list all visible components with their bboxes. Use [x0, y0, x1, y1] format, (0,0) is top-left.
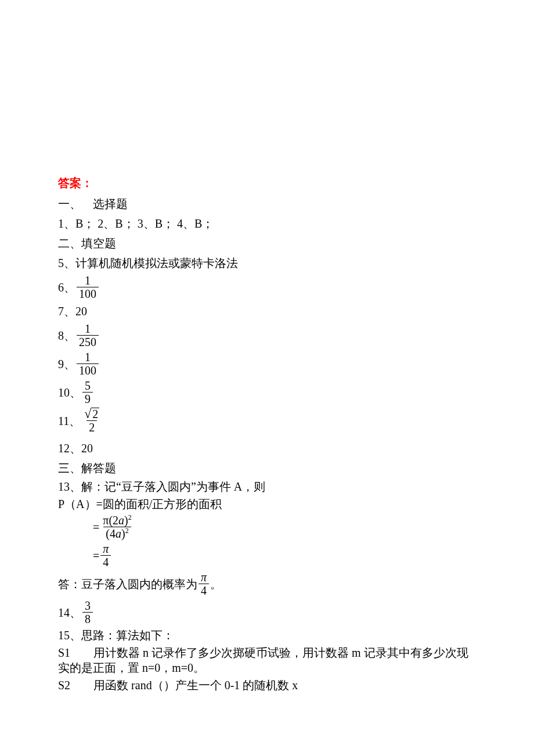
answer-13-line1: 13、解：记“豆子落入圆内”为事件 A，则	[58, 479, 476, 494]
answer-9-prefix: 9、	[58, 355, 75, 373]
section1-title: 一、 选择题	[58, 195, 476, 213]
answer-13-line2: P（A）=圆的面积/正方形的面积	[58, 496, 476, 512]
answer-6: 6、 1 100	[58, 274, 476, 300]
eq-sign: =	[93, 519, 99, 536]
answer-13-eq1-frac: π(2a)2 (4a)2	[100, 514, 134, 540]
answer-13-eq1-den: (4a)2	[103, 527, 131, 540]
answer-9-num: 1	[82, 351, 93, 363]
answer-14-prefix: 14、	[58, 604, 81, 621]
answer-10-den: 9	[82, 392, 93, 405]
answer-6-num: 1	[82, 274, 93, 287]
answer-13-result: 答：豆子落入圆内的概率为 π 4 。	[58, 571, 476, 597]
eq1-num-var: a	[118, 514, 124, 527]
answer-12: 12、20	[58, 440, 476, 457]
answer-14-num: 3	[82, 599, 93, 612]
answer-8-den: 250	[77, 335, 99, 348]
answer-8-fraction: 1 250	[77, 322, 99, 348]
sqrt-icon: √2	[84, 408, 99, 420]
answer-11-num: √2	[82, 408, 102, 420]
answer-10: 10、 5 9	[58, 379, 476, 405]
answer-6-prefix: 6、	[58, 279, 75, 296]
answer-6-den: 100	[77, 287, 99, 300]
eq-sign-2: =	[93, 547, 99, 564]
answer-13-result-den: 4	[199, 584, 209, 597]
answer-10-fraction: 5 9	[82, 379, 93, 405]
eq1-den-right: )	[121, 527, 125, 540]
answer-13-eq2-num: π	[100, 542, 111, 555]
answer-14-fraction: 3 8	[82, 599, 93, 625]
answer-5: 5、计算机随机模拟法或蒙特卡洛法	[58, 254, 476, 272]
answer-14: 14、 3 8	[58, 599, 476, 625]
answer-6-fraction: 1 100	[77, 274, 99, 300]
answer-9: 9、 1 100	[58, 351, 476, 377]
answer-11: 11、 √2 2	[58, 408, 476, 434]
answer-13-result-period: 。	[210, 575, 222, 593]
answer-13-eq2-den: 4	[100, 555, 111, 568]
answer-10-num: 5	[82, 379, 93, 392]
answer-15-line1: 15、思路：算法如下：	[58, 628, 476, 643]
answer-7: 7、20	[58, 303, 476, 320]
answer-15-line3: S2 用函数 rand（）产生一个 0-1 的随机数 x	[58, 678, 476, 693]
section1-answers: 1、B； 2、B； 3、B； 4、B；	[58, 215, 476, 232]
eq1-den-exp: 2	[125, 527, 129, 535]
eq1-den-left: (4	[106, 527, 116, 540]
answer-15-line2: S1 用计数器 n 记录作了多少次掷硬币试验，用计数器 m 记录其中有多少次现实…	[58, 645, 476, 675]
answer-14-den: 8	[82, 612, 93, 625]
eq1-num-exp: 2	[128, 513, 132, 521]
section2-title: 二、填空题	[58, 235, 476, 252]
eq1-den-var: a	[116, 527, 121, 540]
answer-8-prefix: 8、	[58, 327, 75, 344]
section3-title: 三、解答题	[58, 459, 476, 477]
answers-heading: 答案：	[58, 174, 476, 192]
answer-11-prefix: 11、	[58, 412, 81, 430]
answer-13-result-num: π	[199, 571, 209, 584]
answer-13-eq2: = π 4	[58, 542, 476, 568]
answer-9-fraction: 1 100	[77, 351, 99, 377]
answer-13-result-text: 答：豆子落入圆内的概率为	[58, 575, 197, 593]
answer-9-den: 100	[77, 363, 99, 377]
answer-13-eq2-frac: π 4	[100, 542, 111, 568]
answer-11-den: 2	[86, 420, 97, 434]
answer-13-result-frac: π 4	[199, 571, 209, 597]
answer-11-rootval: 2	[91, 408, 99, 420]
eq1-num-right: )	[124, 514, 128, 527]
eq1-num-left: π(2	[103, 514, 118, 527]
answer-8-num: 1	[82, 322, 93, 335]
answer-11-fraction: √2 2	[82, 408, 102, 434]
answer-10-prefix: 10、	[58, 384, 81, 401]
answer-8: 8、 1 250	[58, 322, 476, 348]
answer-13-eq1-num: π(2a)2	[100, 514, 134, 527]
answer-13-eq1: = π(2a)2 (4a)2	[58, 514, 476, 540]
